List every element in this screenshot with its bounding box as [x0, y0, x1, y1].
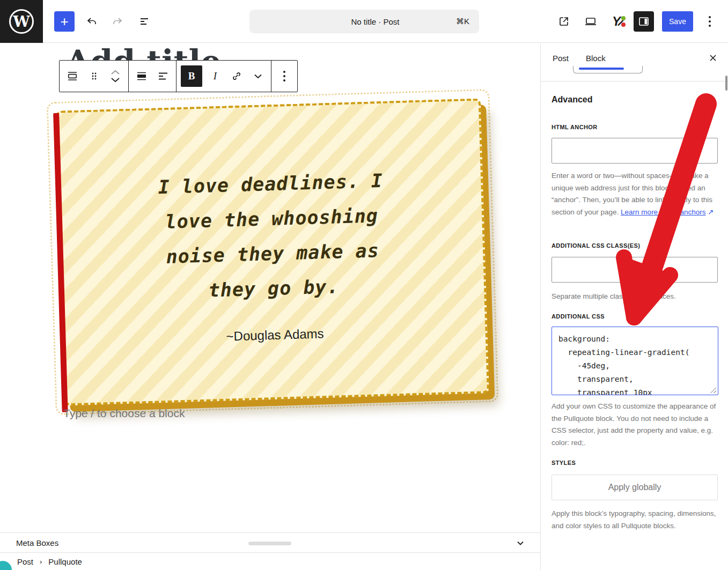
block-appender[interactable]: Type / to choose a block [63, 407, 185, 420]
yoast-red-dot-icon [621, 23, 626, 27]
yoast-green-dot-icon [621, 16, 626, 20]
additional-css-help: Add your own CSS to customize the appear… [551, 401, 719, 449]
chevron-right-icon: › [40, 558, 42, 566]
text-align-left-icon [157, 70, 170, 83]
editor-top-bar: W + No title · Post ⌘K [0, 0, 728, 43]
text-align-button[interactable] [152, 63, 174, 89]
tab-post[interactable]: Post [544, 43, 577, 72]
html-anchor-label: HTML ANCHOR [551, 124, 598, 130]
move-down-button[interactable] [109, 77, 121, 83]
move-up-button[interactable] [109, 69, 121, 76]
learn-more-anchors-link[interactable]: Learn more about anchors [621, 208, 705, 216]
sidebar-divider [541, 81, 728, 82]
keyboard-shortcut-badge: ⌘K [456, 17, 479, 26]
yoast-icon: Y̷ [612, 14, 621, 29]
block-type-button[interactable] [62, 63, 83, 89]
link-button[interactable] [226, 63, 247, 89]
active-tab-indicator [579, 68, 624, 70]
drag-handle-icon [87, 70, 100, 83]
block-toolbar: B I [59, 60, 298, 92]
html-anchor-help: Enter a word or two—without spaces—to ma… [551, 170, 719, 219]
pullquote-text[interactable]: I love deadlines. I love the whooshing n… [60, 160, 484, 312]
pullquote-block[interactable]: I love deadlines. I love the whooshing n… [56, 98, 489, 405]
apply-globally-button[interactable]: Apply globally [551, 475, 718, 500]
view-post-button[interactable] [554, 11, 574, 32]
wordpress-menu-button[interactable]: W [0, 0, 43, 43]
pullquote-block-icon [66, 70, 79, 83]
link-icon [230, 70, 243, 83]
css-classes-label: ADDITIONAL CSS CLASS(ES) [551, 242, 640, 249]
chevron-down-icon[interactable] [516, 538, 525, 548]
meta-boxes-panel[interactable]: Meta Boxes [0, 532, 540, 553]
chevron-down-icon [252, 73, 264, 79]
bold-icon: B [188, 70, 195, 82]
sidebar-panel-icon [637, 15, 650, 28]
scrolled-tab-control [573, 66, 643, 73]
align-button[interactable] [131, 63, 152, 89]
options-menu-button[interactable] [700, 11, 720, 32]
settings-sidebar-toggle[interactable] [634, 11, 654, 32]
external-link-arrow-icon: ↗ [708, 208, 714, 216]
drag-handle[interactable] [83, 63, 105, 89]
bold-button[interactable]: B [181, 65, 202, 87]
styles-label: STYLES [551, 460, 576, 466]
breadcrumb-item-pullquote[interactable]: Pullquote [48, 557, 82, 566]
undo-icon [85, 15, 98, 28]
post-title-field[interactable]: Add title [65, 45, 334, 61]
advanced-heading: Advanced [551, 95, 592, 105]
align-none-icon [135, 70, 148, 83]
meta-boxes-label: Meta Boxes [16, 538, 58, 547]
italic-button[interactable]: I [204, 63, 226, 89]
document-title: No title · Post [249, 17, 456, 26]
more-rich-text-button[interactable] [247, 63, 269, 89]
external-link-icon [557, 15, 570, 28]
preview-button[interactable] [580, 11, 601, 32]
document-overview-icon [138, 15, 151, 28]
settings-sidebar: Post Block Advanced HTML ANCHOR Enter a … [540, 43, 728, 570]
close-sidebar-button[interactable] [705, 50, 720, 65]
sticky-note: I love deadlines. I love the whooshing n… [56, 98, 489, 405]
editor-canvas: Add title [0, 43, 540, 532]
css-classes-input[interactable] [551, 257, 718, 283]
post-title-placeholder: Add title [65, 45, 222, 61]
document-overview-button[interactable] [134, 11, 155, 32]
meta-boxes-resize-handle[interactable] [248, 542, 291, 545]
close-icon [708, 53, 718, 63]
redo-icon [111, 15, 124, 28]
html-anchor-input[interactable] [551, 138, 718, 164]
command-center-search[interactable]: No title · Post ⌘K [249, 10, 479, 33]
plus-icon: + [60, 13, 68, 30]
block-inserter-button[interactable]: + [54, 11, 75, 32]
kebab-icon [283, 71, 285, 82]
yoast-seo-button[interactable]: Y̷ [606, 11, 627, 32]
redo-button[interactable] [107, 11, 128, 32]
save-button[interactable]: Save [662, 11, 693, 32]
breadcrumb-item-post[interactable]: Post [17, 557, 33, 566]
css-classes-help: Separate multiple classes with spaces. [551, 291, 719, 303]
scrollbar-thumb[interactable] [725, 76, 727, 91]
kebab-icon [709, 16, 711, 27]
italic-icon: I [214, 70, 217, 82]
wordpress-logo-icon: W [9, 9, 34, 34]
additional-css-textarea[interactable]: background: repeating-linear-gradient( -… [551, 327, 718, 395]
laptop-icon [584, 15, 598, 28]
block-options-button[interactable] [274, 63, 295, 89]
additional-css-label: ADDITIONAL CSS [551, 313, 605, 320]
breadcrumb: Post › Pullquote [0, 553, 540, 570]
styles-help: Apply this block’s typography, spacing, … [551, 508, 719, 532]
undo-button[interactable] [82, 11, 102, 32]
